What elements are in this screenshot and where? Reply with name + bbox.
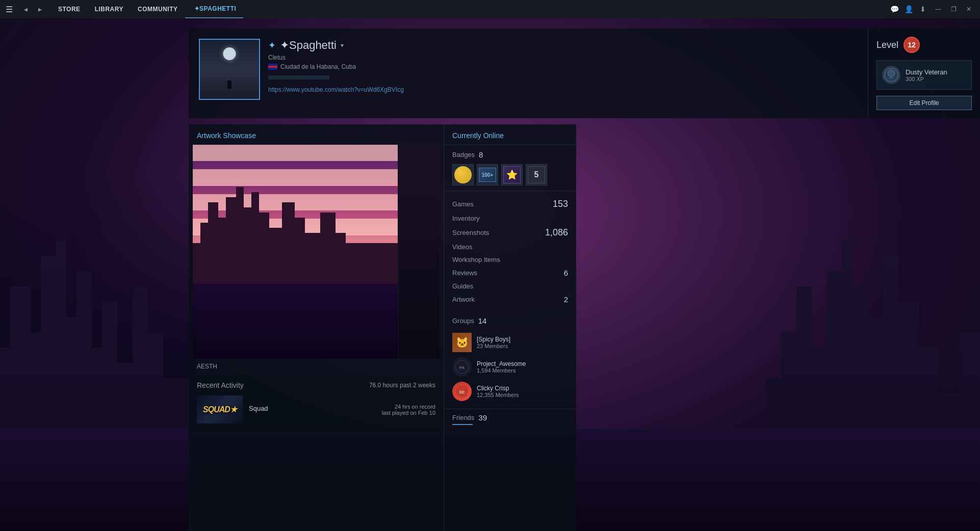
- group-spicy-info: [Spicy Boys] 23 Members: [477, 336, 510, 349]
- showcase-secondary-image[interactable]: [399, 145, 440, 359]
- badge-star-item[interactable]: ⭐: [501, 164, 523, 185]
- nav-links: STORE LIBRARY COMMUNITY ✦SPAGHETTI: [51, 0, 243, 18]
- close-button[interactable]: ✕: [962, 2, 976, 16]
- avatar-figure: [227, 81, 231, 89]
- groups-section: Groups 14 🐱 [Spicy Boys] 23 Members PA: [444, 311, 576, 409]
- restore-button[interactable]: ❐: [946, 2, 961, 16]
- forward-button[interactable]: ▸: [33, 2, 47, 16]
- profile-url[interactable]: https://www.youtube.com/watch?v=uWd6XgBV…: [268, 86, 404, 93]
- badge-100-icon: 100+: [479, 168, 496, 182]
- squad-logo-text: SQUAD★: [203, 405, 237, 414]
- chat-button[interactable]: 💬: [887, 2, 901, 16]
- inventory-label: Inventory: [452, 215, 568, 222]
- profile-username: ✦Spaghetti: [280, 39, 337, 52]
- group-spicy-icon: 🐱: [452, 333, 472, 352]
- friends-underline: [452, 424, 473, 425]
- titlebar-right: 💬 👤 ⬇ — ❐ ✕: [887, 0, 980, 18]
- profile-section: ✦ ✦Spaghetti ▾ Cletus Ciudad de la Haban…: [189, 29, 980, 118]
- group-spicy-name: [Spicy Boys]: [477, 336, 510, 343]
- group-pa-icon: PA: [452, 357, 472, 377]
- showcase-header: Artwork Showcase: [189, 124, 444, 145]
- stat-screenshots[interactable]: Screenshots 1,086: [444, 225, 576, 241]
- cc-icon-svg: CC: [455, 384, 469, 399]
- badge-5-icon: 5: [528, 166, 545, 183]
- badge-star-icon: ⭐: [503, 166, 521, 183]
- profile-location: Ciudad de la Habana, Cuba: [268, 63, 858, 70]
- edit-profile-button[interactable]: Edit Profile: [876, 96, 972, 110]
- forward-icon: ▸: [38, 5, 42, 13]
- games-label: Games: [452, 200, 549, 208]
- badges-section: Badges 8 100+ ⭐ 5: [444, 145, 576, 191]
- featured-badge-info: Dusty Veteran 300 XP: [906, 68, 947, 82]
- titlebar-menu: ☰ ◂ ▸ STORE LIBRARY COMMUNITY ✦SPAGHETTI: [0, 0, 243, 18]
- download-icon: ⬇: [920, 5, 926, 13]
- profile-steam-icon: ✦: [268, 40, 276, 51]
- stats-section: Currently Online Badges 8 100+ ⭐ 5: [444, 124, 576, 531]
- group-cc-members: 12,355 Members: [477, 392, 519, 398]
- badge-coin-item[interactable]: [452, 164, 474, 185]
- featured-badge-row[interactable]: Dusty Veteran 300 XP: [876, 60, 972, 90]
- badge-100-item[interactable]: 100+: [477, 164, 498, 185]
- group-pa-info: Project_Awesome 1,594 Members: [477, 360, 526, 374]
- badge-xp: 300 XP: [906, 76, 947, 82]
- profile-info: ✦ ✦Spaghetti ▾ Cletus Ciudad de la Haban…: [268, 39, 858, 108]
- friends-header[interactable]: Friends 39: [452, 413, 568, 422]
- group-cc-info: Clicky Crisp 12,355 Members: [477, 385, 519, 398]
- groups-title: Groups: [452, 317, 474, 325]
- nav-username[interactable]: ✦SPAGHETTI: [185, 0, 244, 18]
- pa-icon-svg: PA: [455, 360, 469, 374]
- profile-icon: 👤: [905, 5, 913, 13]
- stripe-1: [193, 145, 398, 161]
- showcase-main-image[interactable]: [193, 145, 398, 359]
- nav-store[interactable]: STORE: [51, 0, 88, 18]
- badge-svg: [884, 67, 899, 83]
- stat-artwork[interactable]: Artwork 2: [444, 293, 576, 306]
- download-button[interactable]: ⬇: [916, 2, 930, 16]
- badge-name: Dusty Veteran: [906, 68, 947, 76]
- titlebar: ☰ ◂ ▸ STORE LIBRARY COMMUNITY ✦SPAGHETTI…: [0, 0, 980, 18]
- groups-count: 14: [478, 316, 487, 325]
- videos-label: Videos: [452, 243, 568, 251]
- back-icon: ◂: [24, 5, 28, 13]
- activity-game-info: Squad: [249, 405, 376, 414]
- nav-library[interactable]: LIBRARY: [88, 0, 131, 18]
- badge-5-item[interactable]: 5: [526, 164, 547, 185]
- back-button[interactable]: ◂: [18, 2, 33, 16]
- profile-button[interactable]: 👤: [901, 2, 916, 16]
- location-text: Ciudad de la Habana, Cuba: [280, 63, 356, 70]
- games-count: 153: [553, 199, 568, 209]
- artwork-count: 2: [564, 295, 568, 304]
- screenshots-label: Screenshots: [452, 229, 541, 236]
- badges-icons: 100+ ⭐ 5: [452, 164, 568, 185]
- chat-icon: 💬: [890, 5, 899, 13]
- activity-section: Recent Activity 76.0 hours past 2 weeks …: [189, 374, 444, 431]
- hamburger-menu-button[interactable]: ☰: [0, 0, 18, 18]
- badges-title: Badges: [452, 151, 475, 158]
- profile-dropdown-icon[interactable]: ▾: [341, 42, 344, 49]
- avatar-scene: [200, 40, 259, 99]
- group-cc-name: Clicky Crisp: [477, 385, 519, 392]
- stat-guides[interactable]: Guides: [444, 280, 576, 293]
- profile-left-panel: ✦ ✦Spaghetti ▾ Cletus Ciudad de la Haban…: [189, 29, 868, 118]
- hamburger-icon: ☰: [6, 5, 13, 14]
- activity-game-hrs: 24 hrs on record: [382, 404, 435, 410]
- nav-community[interactable]: COMMUNITY: [131, 0, 185, 18]
- activity-game-row[interactable]: SQUAD★ Squad 24 hrs on record last playe…: [197, 395, 435, 423]
- group-clicky-crisp[interactable]: CC Clicky Crisp 12,355 Members: [452, 379, 568, 404]
- stripe-2: [193, 169, 398, 185]
- group-project-awesome[interactable]: PA Project_Awesome 1,594 Members: [452, 355, 568, 379]
- showcase-images: [189, 145, 444, 359]
- workshop-label: Workshop Items: [452, 256, 568, 263]
- group-spicy-boys[interactable]: 🐱 [Spicy Boys] 23 Members: [452, 330, 568, 355]
- stat-videos[interactable]: Videos: [444, 241, 576, 253]
- stat-workshop[interactable]: Workshop Items: [444, 253, 576, 266]
- group-spicy-members: 23 Members: [477, 343, 510, 349]
- minimize-button[interactable]: —: [931, 2, 945, 16]
- badges-header: Badges 8: [452, 150, 568, 159]
- group-pa-members: 1,594 Members: [477, 367, 526, 374]
- friends-section: Friends 39: [444, 409, 576, 429]
- stat-games[interactable]: Games 153: [444, 196, 576, 212]
- stat-reviews[interactable]: Reviews 6: [444, 266, 576, 280]
- badge-coin-icon: [454, 166, 472, 183]
- stat-inventory[interactable]: Inventory: [444, 212, 576, 225]
